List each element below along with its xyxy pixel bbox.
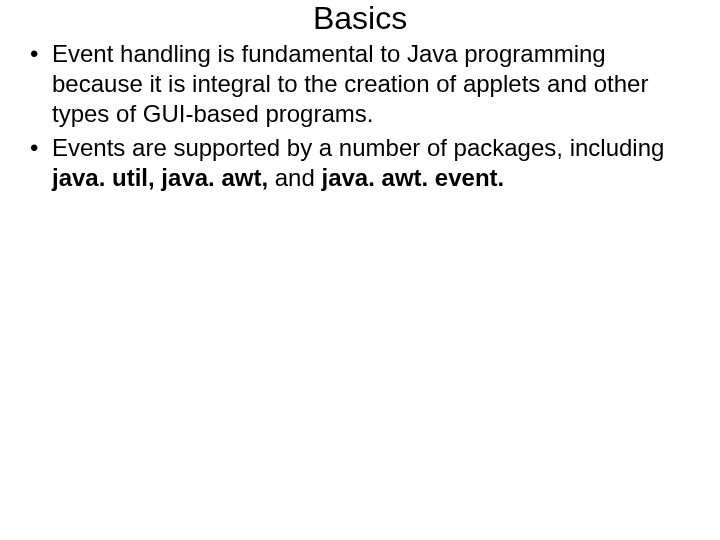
bullet-text-bold: java. awt. event. [315, 164, 504, 191]
bullet-text-mid: and [275, 164, 315, 191]
bullet-text: Event handling is fundamental to Java pr… [52, 40, 648, 127]
bullet-text-pre: Events are supported by a number of pack… [52, 134, 664, 161]
bullet-list: Event handling is fundamental to Java pr… [20, 39, 700, 193]
slide: Basics Event handling is fundamental to … [0, 0, 720, 540]
list-item: Event handling is fundamental to Java pr… [52, 39, 700, 129]
slide-title: Basics [20, 0, 700, 37]
bullet-text-bold: java. util, java. awt, [52, 164, 275, 191]
list-item: Events are supported by a number of pack… [52, 133, 700, 193]
slide-content: Event handling is fundamental to Java pr… [20, 39, 700, 193]
